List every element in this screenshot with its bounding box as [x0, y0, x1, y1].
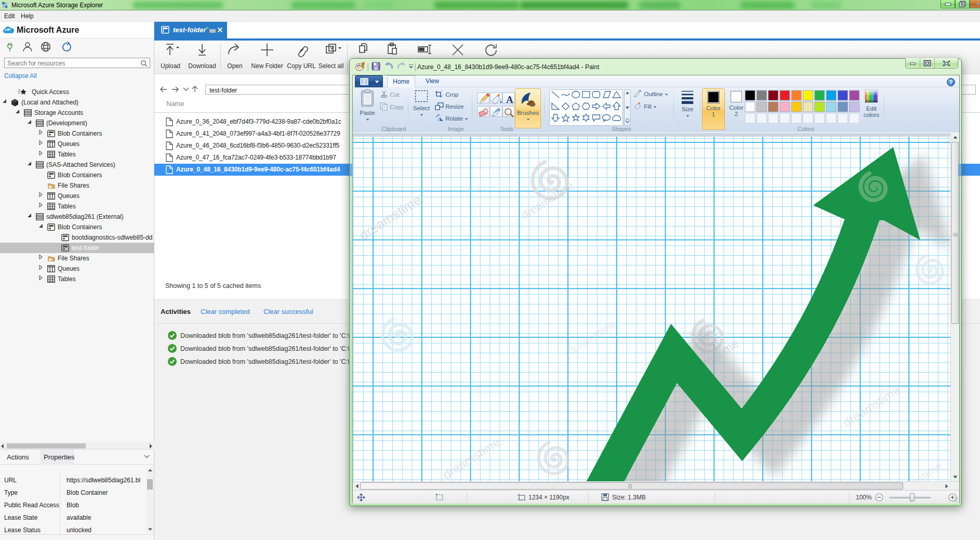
svg-text:dreamstime: dreamstime	[519, 179, 576, 222]
svg-text:dreamstime: dreamstime	[888, 459, 945, 481]
svg-text:A: A	[506, 94, 513, 104]
svg-text:dreamstime: dreamstime	[356, 192, 424, 243]
svg-text:dreamstime: dreamstime	[840, 383, 903, 430]
svg-text:dreamstime: dreamstime	[440, 434, 502, 481]
